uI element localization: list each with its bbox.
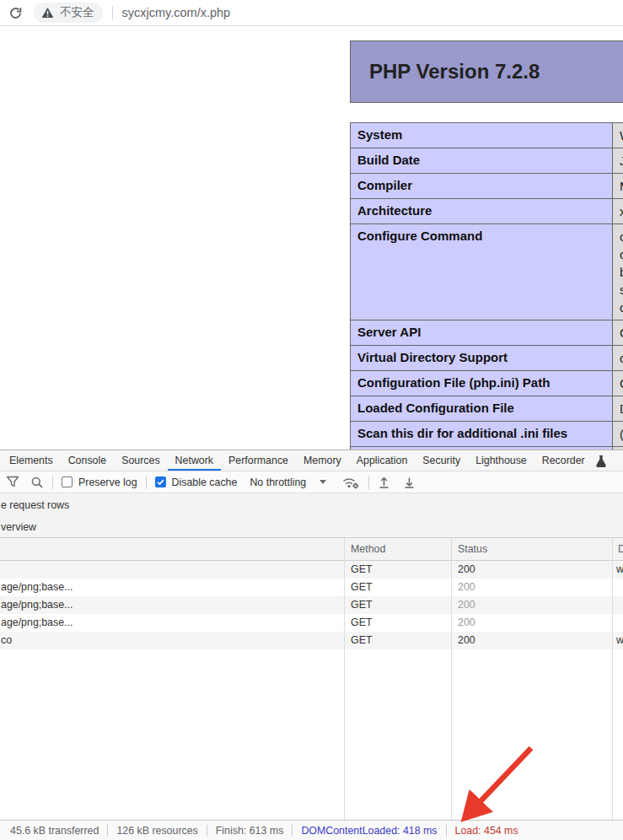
browser-address-bar: 不安全 sycxjcmy.com/x.php: [0, 0, 623, 26]
request-method: GET: [351, 614, 372, 632]
phpinfo-row: Loaded Configuration FileD: [351, 396, 623, 422]
network-request-row[interactable]: age/png;base...GET200: [0, 596, 623, 614]
phpinfo-row: Configuration File (php.ini) PathC: [351, 371, 623, 396]
tab-console[interactable]: Console: [61, 450, 114, 471]
phpinfo-value-line: s: [620, 281, 623, 299]
request-method: GET: [351, 632, 372, 649]
preserve-log-checkbox[interactable]: [62, 477, 73, 487]
request-name: age/png;base...: [1, 579, 73, 596]
request-status: 200: [458, 596, 475, 614]
request-status: 200: [458, 579, 475, 596]
phpinfo-row: Virtual Directory Supportc: [351, 346, 623, 371]
tab-sources[interactable]: Sources: [114, 450, 167, 471]
column-header-domain[interactable]: D: [618, 543, 623, 555]
tab-memory[interactable]: Memory: [296, 450, 349, 471]
phpinfo-row: Configure Commandccbsc: [351, 224, 623, 320]
phpinfo-value-line: c: [620, 228, 623, 245]
throttling-select[interactable]: No throttling: [250, 477, 306, 488]
toolbar-divider: [146, 476, 147, 489]
column-divider[interactable]: [344, 538, 345, 820]
network-request-row[interactable]: age/png;base...GET200: [0, 579, 623, 596]
phpinfo-value: C: [613, 320, 623, 346]
network-table-header: Method Status D: [0, 538, 623, 561]
resources-size: 126 kB resources: [108, 825, 206, 837]
experiment-beaker-icon[interactable]: [595, 455, 607, 467]
security-chip[interactable]: 不安全: [34, 3, 103, 23]
column-divider[interactable]: [612, 538, 613, 820]
php-version-title: PHP Version 7.2.8: [369, 60, 540, 83]
tab-lighthouse[interactable]: Lighthouse: [468, 450, 534, 471]
phpinfo-value: (: [613, 422, 623, 447]
filter-icon[interactable]: [6, 476, 19, 488]
network-conditions-icon[interactable]: [341, 475, 360, 489]
phpinfo-label: Configuration File (php.ini) Path: [351, 371, 613, 396]
search-icon[interactable]: [30, 476, 44, 489]
disable-cache-label[interactable]: Disable cache: [172, 477, 238, 488]
url-text[interactable]: sycxjcmy.com/x.php: [122, 6, 231, 19]
network-request-row[interactable]: coGET200w: [0, 632, 623, 649]
column-header-method[interactable]: Method: [351, 543, 385, 555]
phpinfo-row: Scan this dir for additional .ini files(: [351, 422, 623, 447]
php-info-table-body: SystemWBuild DateJCompilerMArchitecturex…: [351, 123, 623, 450]
request-method: GET: [351, 561, 372, 579]
network-request-row[interactable]: age/png;base...GET200: [0, 614, 623, 632]
phpinfo-value: M: [613, 174, 623, 199]
devtools-tabs: ElementsConsoleSourcesNetworkPerformance…: [2, 450, 593, 471]
phpinfo-row: Server APIC: [351, 320, 623, 346]
phpinfo-row: Architecturex: [351, 199, 623, 224]
tab-security[interactable]: Security: [415, 450, 468, 471]
column-header-status[interactable]: Status: [458, 543, 487, 555]
chevron-down-icon[interactable]: [320, 480, 326, 484]
request-status: 200: [458, 561, 475, 579]
phpinfo-value: W: [613, 123, 623, 148]
devtools-tab-bar: ElementsConsoleSourcesNetworkPerformance…: [0, 450, 623, 471]
phpinfo-row: Build DateJ: [351, 148, 623, 174]
phpinfo-value: x: [613, 199, 623, 224]
devtools-panel: ElementsConsoleSourcesNetworkPerformance…: [0, 450, 623, 840]
request-status: 200: [458, 614, 475, 632]
toolbar-divider: [368, 476, 369, 489]
phpinfo-label: Build Date: [351, 148, 613, 174]
phpinfo-label: Architecture: [351, 199, 613, 224]
settings-option-label[interactable]: verview: [1, 521, 36, 533]
finish-time: Finish: 613 ms: [207, 825, 293, 837]
php-version-header: PHP Version 7.2.8: [350, 40, 623, 103]
phpinfo-row: SystemW: [351, 123, 623, 148]
domcontentloaded-time: DOMContentLoaded: 418 ms: [293, 825, 445, 837]
phpinfo: PHP Version 7.2.8 SystemWBuild DateJComp…: [350, 40, 623, 450]
preserve-log-label[interactable]: Preserve log: [78, 477, 137, 488]
phpinfo-value: C: [613, 371, 623, 396]
reload-icon[interactable]: [8, 5, 23, 20]
request-domain: w: [616, 561, 623, 579]
tab-performance[interactable]: Performance: [221, 450, 296, 471]
security-label: 不安全: [60, 5, 94, 20]
tab-application[interactable]: Application: [349, 450, 416, 471]
export-har-icon[interactable]: [403, 476, 416, 489]
request-status: 200: [458, 632, 475, 649]
phpinfo-row: CompilerM: [351, 174, 623, 199]
phpinfo-label: Configure Command: [351, 224, 613, 320]
phpinfo-value-line: c: [620, 299, 623, 316]
request-name: co: [1, 632, 12, 649]
request-method: GET: [351, 579, 372, 596]
network-settings-pane: e request rowsverview: [0, 493, 623, 538]
tab-elements[interactable]: Elements: [2, 450, 61, 471]
phpinfo-value: c: [613, 346, 623, 371]
page-content: PHP Version 7.2.8 SystemWBuild DateJComp…: [0, 26, 623, 450]
phpinfo-label: System: [351, 123, 613, 148]
toolbar-divider: [52, 476, 53, 489]
url-divider: [112, 6, 113, 19]
phpinfo-label: Virtual Directory Support: [351, 346, 613, 371]
network-request-row[interactable]: GET200w: [0, 561, 623, 579]
phpinfo-label: Loaded Configuration File: [351, 396, 613, 422]
phpinfo-value: D: [613, 396, 623, 422]
settings-option-label[interactable]: e request rows: [1, 499, 69, 511]
phpinfo-label: Scan this dir for additional .ini files: [351, 422, 613, 447]
phpinfo-value: ccbsc: [613, 224, 623, 320]
import-har-icon[interactable]: [378, 476, 390, 489]
tab-recorder[interactable]: Recorder: [534, 450, 593, 471]
tab-network[interactable]: Network: [168, 450, 221, 471]
disable-cache-checkbox[interactable]: [155, 477, 166, 487]
phpinfo-value-line: b: [620, 263, 623, 281]
annotation-arrow: [413, 718, 541, 826]
